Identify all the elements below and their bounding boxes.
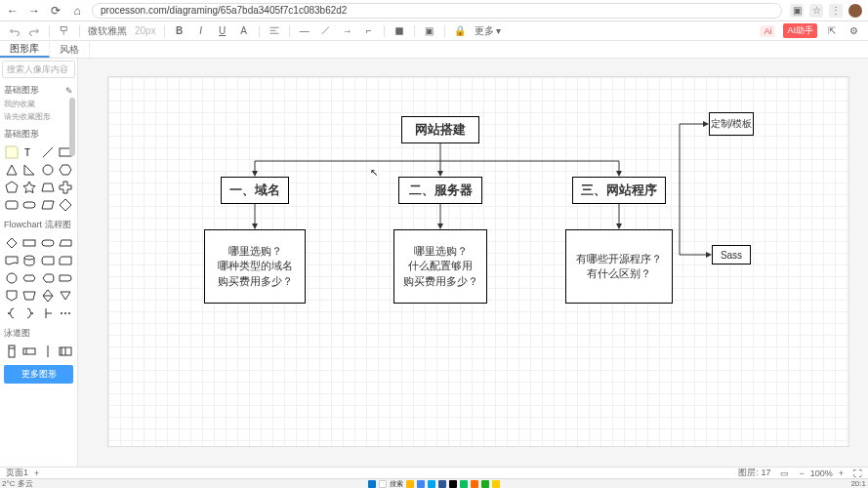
- align-button[interactable]: [268, 24, 281, 38]
- lane-pool[interactable]: [58, 344, 73, 359]
- bookmark-icon[interactable]: ☆: [809, 4, 823, 18]
- settings-button[interactable]: ⚙: [847, 24, 860, 38]
- line-style-button[interactable]: —: [298, 24, 311, 38]
- fc-round[interactable]: [40, 235, 56, 251]
- shape-circle[interactable]: [40, 162, 56, 178]
- fc-dots[interactable]: [58, 305, 73, 321]
- tab-style[interactable]: 风格: [50, 41, 90, 58]
- back-button[interactable]: ←: [6, 4, 20, 18]
- node-server[interactable]: 二、服务器: [398, 177, 482, 204]
- shape-pill[interactable]: [21, 197, 37, 213]
- shape-line[interactable]: [40, 144, 56, 160]
- more-shapes-button[interactable]: 更多图形: [4, 365, 73, 384]
- fc-doc[interactable]: [4, 253, 20, 268]
- undo-button[interactable]: [8, 24, 21, 38]
- shape-round[interactable]: [4, 197, 20, 213]
- shape-star[interactable]: [21, 180, 37, 195]
- bring-front-button[interactable]: ▣: [423, 24, 436, 38]
- node-domain[interactable]: 一、域名: [221, 177, 289, 204]
- ai-badge[interactable]: Ai: [760, 25, 775, 37]
- bold-button[interactable]: B: [173, 24, 186, 38]
- weather-temp[interactable]: 2°C: [2, 479, 15, 488]
- fill-button[interactable]: [393, 24, 406, 38]
- shape-rtriangle[interactable]: [21, 162, 37, 178]
- puzzle-icon[interactable]: ⋮: [829, 4, 843, 18]
- app2-icon[interactable]: [481, 480, 489, 488]
- word-icon[interactable]: [438, 480, 446, 488]
- underline-button[interactable]: U: [216, 24, 229, 38]
- node-program-detail[interactable]: 有哪些开源程序？ 有什么区别？: [565, 229, 673, 304]
- shape-note[interactable]: [4, 144, 20, 160]
- shape-pentagon[interactable]: [4, 180, 20, 195]
- share-button[interactable]: ⇱: [825, 24, 839, 38]
- fc-brace-l[interactable]: [4, 305, 20, 321]
- fit-button[interactable]: ▭: [780, 468, 789, 478]
- chrome-icon[interactable]: [417, 480, 425, 488]
- fc-card[interactable]: [58, 253, 73, 268]
- lane-v[interactable]: [4, 344, 20, 359]
- sidebar-scrollbar[interactable]: [69, 98, 75, 156]
- node-root[interactable]: 网站搭建: [401, 116, 479, 143]
- fc-merge[interactable]: [58, 288, 73, 304]
- italic-button[interactable]: I: [194, 24, 208, 38]
- explorer-icon[interactable]: [406, 480, 414, 488]
- fullscreen-button[interactable]: ⛶: [853, 468, 862, 478]
- clock-time[interactable]: 20:1: [850, 479, 866, 488]
- avatar[interactable]: [848, 4, 862, 18]
- home-button[interactable]: ⌂: [70, 4, 84, 18]
- node-template[interactable]: 定制/模板: [709, 112, 754, 136]
- line-color-button[interactable]: [319, 24, 333, 38]
- fc-sort[interactable]: [40, 288, 56, 304]
- lane-sep-v[interactable]: [40, 344, 56, 359]
- canvas[interactable]: 网站搭建 一、域名 二、服务器 三、网站程序 哪里选购？ 哪种类型的域名 购买费…: [107, 76, 849, 447]
- edge-icon[interactable]: [428, 480, 435, 488]
- shape-trap[interactable]: [40, 180, 56, 195]
- section-basic[interactable]: 基础图形: [4, 84, 39, 97]
- arrow-style-button[interactable]: →: [341, 24, 354, 38]
- edit-icon[interactable]: ✎: [65, 86, 73, 96]
- tiktok-icon[interactable]: [449, 480, 457, 488]
- url-input[interactable]: processon.com/diagraming/65a7bda3405f7c1…: [92, 3, 782, 19]
- font-color-button[interactable]: A: [237, 24, 251, 38]
- zoom-level[interactable]: 100%: [810, 468, 833, 478]
- lane-h[interactable]: [21, 344, 37, 359]
- redo-button[interactable]: [27, 24, 41, 38]
- fc-brace-r[interactable]: [21, 305, 37, 321]
- shape-cross[interactable]: [58, 180, 73, 195]
- fc-db[interactable]: [21, 253, 37, 268]
- forward-button[interactable]: →: [27, 4, 41, 18]
- node-sass[interactable]: Sass: [712, 245, 751, 264]
- fc-input[interactable]: [58, 235, 73, 251]
- more-menu[interactable]: 更多 ▾: [475, 24, 502, 38]
- node-program[interactable]: 三、网站程序: [572, 177, 666, 204]
- add-page-button[interactable]: +: [34, 468, 39, 478]
- app-icon[interactable]: [471, 480, 478, 488]
- start-button[interactable]: [368, 480, 376, 488]
- fc-display[interactable]: [40, 270, 56, 286]
- shape-para[interactable]: [40, 197, 56, 213]
- fc-diamond[interactable]: [4, 235, 20, 251]
- format-painter-button[interactable]: [58, 24, 71, 38]
- shape-diamond[interactable]: [58, 197, 73, 213]
- zoom-in-button[interactable]: +: [839, 468, 844, 478]
- section-lane[interactable]: 泳道图: [0, 323, 77, 342]
- lock-button[interactable]: 🔒: [453, 24, 467, 38]
- shape-search-input[interactable]: 搜索人像库内容: [2, 61, 75, 78]
- reload-button[interactable]: ⟳: [49, 4, 62, 18]
- shape-triangle[interactable]: [4, 162, 20, 178]
- fc-note[interactable]: [40, 305, 56, 321]
- fc-manual[interactable]: [21, 288, 37, 304]
- shape-hex[interactable]: [58, 162, 73, 178]
- canvas-area[interactable]: 网站搭建 一、域名 二、服务器 三、网站程序 哪里选购？ 哪种类型的域名 购买费…: [78, 59, 868, 467]
- zoom-out-button[interactable]: −: [799, 468, 804, 478]
- tab-shapes[interactable]: 图形库: [0, 41, 50, 58]
- fc-rect[interactable]: [21, 235, 37, 251]
- app3-icon[interactable]: [492, 480, 500, 488]
- node-domain-detail[interactable]: 哪里选购？ 哪种类型的域名 购买费用多少？: [204, 229, 306, 304]
- wechat-icon[interactable]: [460, 480, 468, 488]
- fc-delay[interactable]: [58, 270, 73, 286]
- extension-icon[interactable]: ▣: [790, 4, 804, 18]
- search-label[interactable]: 搜索: [390, 479, 403, 489]
- connector-button[interactable]: ⌐: [362, 24, 376, 38]
- fc-stored[interactable]: [40, 253, 56, 268]
